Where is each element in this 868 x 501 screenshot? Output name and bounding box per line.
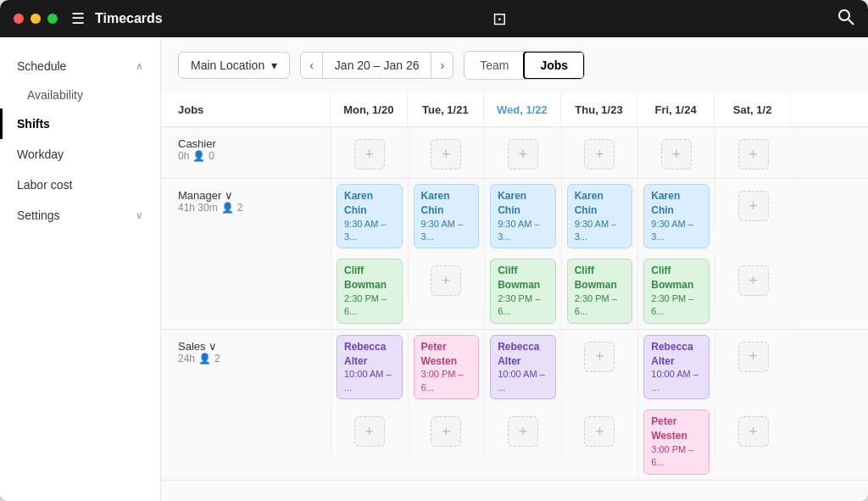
sales-rebecca-mon: Rebecca Alter 10:00 AM – ... [331, 330, 408, 404]
sales-row2-thu: + [561, 404, 638, 455]
sidebar-item-labor-cost[interactable]: Labor cost [0, 170, 160, 200]
sidebar-item-settings[interactable]: Settings ∨ [0, 200, 160, 231]
manager-karen-sat: + [715, 179, 792, 230]
add-shift-button[interactable]: + [584, 342, 615, 372]
add-shift-button[interactable]: + [508, 139, 538, 170]
column-header-jobs: Jobs [161, 93, 331, 126]
prev-date-button[interactable]: ‹ [301, 53, 322, 78]
add-shift-button[interactable]: + [738, 139, 769, 170]
sidebar-item-schedule[interactable]: Schedule ∧ [0, 51, 160, 81]
manager-cliff-mon: Cliff Bowman 2:30 PM – 6... [331, 253, 408, 328]
add-shift-button[interactable]: + [354, 139, 385, 170]
maximize-button[interactable] [47, 14, 58, 24]
manager-karen-fri: Karen Chin 9:30 AM – 3... [637, 179, 715, 253]
add-shift-button[interactable]: + [431, 139, 461, 170]
shift-card[interactable]: Peter Westen 3:00 PM – 6... [414, 335, 480, 399]
manager-cliff-sat: + [715, 253, 792, 304]
manager-karen-thu: Karen Chin 9:30 AM – 3... [561, 179, 638, 253]
sidebar-item-workday[interactable]: Workday [0, 139, 160, 170]
column-header-tue: Tue, 1/21 [408, 93, 485, 126]
manager-karen-mon: Karen Chin 9:30 AM – 3... [331, 179, 408, 253]
shift-card[interactable]: Karen Chin 9:30 AM – 3... [490, 184, 556, 248]
sales-rebecca-wed: Rebecca Alter 10:00 AM – ... [484, 330, 561, 404]
titlebar: ☰ Timecards ⊡ [0, 0, 868, 37]
manager-karen-wed: Karen Chin 9:30 AM – 3... [484, 179, 561, 253]
sales-label-empty [161, 404, 331, 425]
column-header-sat: Sat, 1/2 [715, 93, 792, 126]
add-shift-button[interactable]: + [738, 342, 769, 372]
minimize-button[interactable] [31, 14, 41, 24]
date-navigator: ‹ Jan 20 – Jan 26 › [300, 52, 453, 79]
sidebar-item-availability[interactable]: Availability [0, 81, 160, 109]
column-header-thu: Thu, 1/23 [561, 93, 638, 126]
shift-card[interactable]: Cliff Bowman 2:30 PM – 6... [567, 259, 633, 323]
shift-card[interactable]: Karen Chin 9:30 AM – 3... [337, 184, 403, 248]
dropdown-icon: ▾ [271, 58, 277, 72]
sales-row2-wed: + [484, 404, 561, 455]
location-button[interactable]: Main Location ▾ [178, 52, 290, 79]
shift-card[interactable]: Rebecca Alter 10:00 AM – ... [643, 335, 709, 399]
shift-card[interactable]: Rebecca Alter 10:00 AM – ... [490, 335, 556, 399]
add-shift-button[interactable]: + [738, 191, 769, 221]
shift-card[interactable]: Karen Chin 9:30 AM – 3... [567, 184, 633, 248]
add-shift-button[interactable]: + [354, 416, 385, 447]
cashier-row: Cashier 0h 👤 0 + + [161, 127, 868, 178]
menu-icon[interactable]: ☰ [71, 9, 85, 28]
main-layout: Schedule ∧ Availability Shifts Workday L… [0, 37, 868, 501]
sidebar-item-label: Labor cost [17, 178, 72, 192]
column-header-mon: Mon, 1/20 [331, 93, 408, 126]
schedule-header: Jobs Mon, 1/20 Tue, 1/21 Wed, 1/22 Thu, … [161, 93, 868, 127]
sidebar-item-label: Schedule [17, 59, 66, 73]
job-section-sales: Sales ∨ 24h 👤 2 Rebecca Alter 10:00 AM –… [161, 330, 868, 481]
cashier-wed: + [484, 127, 561, 178]
sales-row2-sat: + [715, 404, 792, 455]
sidebar-item-shifts[interactable]: Shifts [0, 109, 160, 139]
shift-card[interactable]: Peter Westen 3:00 PM – 6... [643, 409, 709, 474]
add-shift-button[interactable]: + [431, 265, 461, 296]
cashier-fri: + [637, 127, 715, 178]
svg-line-1 [849, 19, 854, 25]
jobs-tab[interactable]: Jobs [523, 51, 585, 80]
search-icon[interactable] [837, 8, 854, 30]
column-header-wed: Wed, 1/22 [484, 93, 561, 126]
add-shift-button[interactable]: + [738, 416, 769, 447]
schedule-container: Jobs Mon, 1/20 Tue, 1/21 Wed, 1/22 Thu, … [161, 93, 868, 501]
sales-row2-mon: + [331, 404, 408, 455]
shift-card[interactable]: Karen Chin 9:30 AM – 3... [414, 184, 480, 248]
sales-hours: 24h [178, 353, 195, 365]
manager-label: Manager ∨ 41h 30m 👤 2 [161, 179, 331, 224]
add-shift-button[interactable]: + [661, 139, 692, 170]
add-shift-button[interactable]: + [508, 416, 538, 447]
shift-card[interactable]: Cliff Bowman 2:30 PM – 6... [643, 259, 709, 323]
sidebar-item-label: Settings [17, 209, 60, 222]
content-area: Main Location ▾ ‹ Jan 20 – Jan 26 › Team… [161, 37, 868, 501]
cashier-hours: 0h [178, 150, 189, 162]
add-shift-button[interactable]: + [584, 416, 615, 447]
job-section-manager: Manager ∨ 41h 30m 👤 2 Karen Chin 9:30 AM… [161, 179, 868, 330]
shift-card[interactable]: Cliff Bowman 2:30 PM – 6... [490, 259, 556, 323]
cashier-mon: + [331, 127, 408, 178]
view-tab-group: Team Jobs [464, 51, 585, 80]
sales-peter-tue: Peter Westen 3:00 PM – 6... [408, 330, 485, 404]
add-shift-button[interactable]: + [738, 265, 769, 296]
person-icon: 👤 [192, 150, 205, 162]
cashier-people: 0 [209, 150, 214, 162]
cashier-label: Cashier 0h 👤 0 [161, 127, 331, 172]
shift-card[interactable]: Cliff Bowman 2:30 PM – 6... [337, 259, 403, 323]
manager-label-empty [161, 253, 331, 274]
traffic-lights [14, 14, 58, 24]
app-title: Timecards [95, 11, 163, 26]
column-header-fri: Fri, 1/24 [637, 93, 715, 126]
add-shift-button[interactable]: + [431, 416, 461, 447]
shift-card[interactable]: Rebecca Alter 10:00 AM – ... [337, 335, 403, 399]
manager-cliff-tue: + [408, 253, 485, 304]
sales-rebecca-fri: Rebecca Alter 10:00 AM – ... [637, 330, 715, 404]
team-tab[interactable]: Team [465, 52, 524, 79]
add-shift-button[interactable]: + [584, 139, 615, 170]
next-date-button[interactable]: › [431, 53, 453, 78]
sales-sat-1: + [715, 330, 792, 381]
close-button[interactable] [14, 14, 24, 24]
sales-row2-tue: + [408, 404, 485, 455]
sales-thu: + [561, 330, 638, 381]
shift-card[interactable]: Karen Chin 9:30 AM – 3... [643, 184, 709, 248]
